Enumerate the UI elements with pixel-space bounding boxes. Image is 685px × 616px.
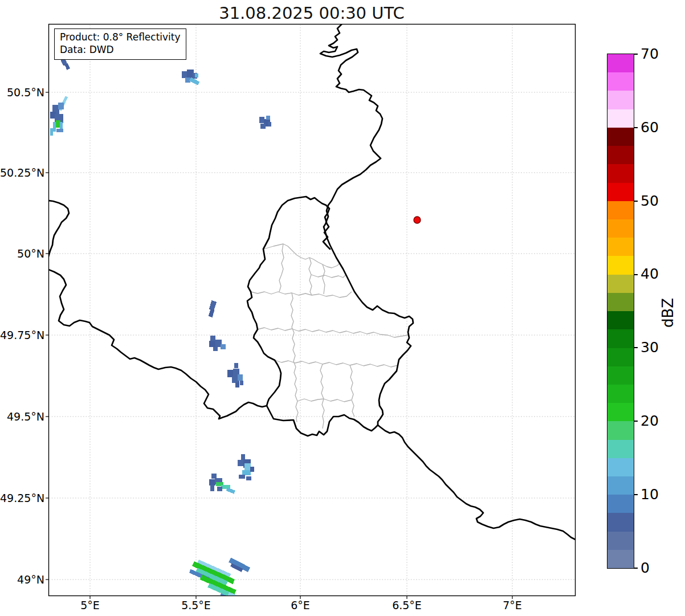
colorbar-band bbox=[607, 311, 634, 329]
lat-tick-label: 50°N bbox=[0, 247, 44, 260]
colorbar-band bbox=[607, 293, 634, 311]
colorbar-tick-label: 30 bbox=[641, 339, 659, 356]
colorbar-band bbox=[607, 329, 634, 348]
colorbar-tick bbox=[634, 347, 638, 348]
colorbar-tick-label: 70 bbox=[641, 46, 659, 63]
map-canvas bbox=[0, 0, 685, 616]
colorbar-band bbox=[607, 476, 634, 495]
colorbar-band bbox=[607, 183, 634, 201]
colorbar-tick-label: 20 bbox=[641, 413, 659, 430]
colorbar-band bbox=[607, 513, 634, 531]
colorbar-tick-label: 40 bbox=[641, 266, 659, 283]
colorbar-tick bbox=[634, 127, 638, 128]
colorbar-tick bbox=[634, 494, 638, 495]
dbz-colorbar bbox=[607, 54, 634, 568]
lon-tick-label: 6°E bbox=[269, 599, 332, 611]
lon-tick-label: 5°E bbox=[59, 599, 121, 611]
colorbar-band bbox=[607, 54, 634, 72]
colorbar-tick bbox=[634, 201, 638, 202]
lon-tick-label: 7°E bbox=[481, 599, 544, 611]
colorbar-band bbox=[607, 385, 634, 403]
colorbar-band bbox=[607, 238, 634, 256]
lat-tick-label: 50.25°N bbox=[0, 166, 44, 180]
colorbar-band bbox=[607, 550, 634, 568]
lat-tick-label: 50.5°N bbox=[0, 85, 44, 99]
colorbar-tick bbox=[634, 421, 638, 422]
colorbar-tick-label: 50 bbox=[641, 193, 659, 210]
colorbar-band bbox=[607, 146, 634, 164]
colorbar-band bbox=[607, 366, 634, 385]
colorbar-band bbox=[607, 164, 634, 182]
lon-tick-label: 5.5°E bbox=[165, 599, 227, 611]
colorbar-tick bbox=[634, 54, 638, 55]
colorbar-tick-label: 0 bbox=[641, 560, 650, 577]
colorbar-tick bbox=[634, 274, 638, 275]
colorbar-unit-label: dBZ bbox=[659, 296, 676, 330]
colorbar-band bbox=[607, 219, 634, 238]
lat-tick-label: 49.5°N bbox=[0, 410, 44, 423]
colorbar-tick bbox=[634, 568, 638, 569]
colorbar-tick-label: 60 bbox=[641, 119, 659, 136]
product-info-line: Product: 0.8° Reflectivity bbox=[60, 31, 181, 43]
product-info-box: Product: 0.8° Reflectivity Data: DWD bbox=[54, 28, 186, 60]
lat-tick-label: 49°N bbox=[0, 573, 44, 586]
colorbar-band bbox=[607, 403, 634, 421]
colorbar-band bbox=[607, 201, 634, 219]
colorbar-band bbox=[607, 458, 634, 476]
data-source-line: Data: DWD bbox=[60, 43, 181, 56]
colorbar-band bbox=[607, 495, 634, 513]
colorbar-band bbox=[607, 72, 634, 91]
lat-tick-label: 49.75°N bbox=[0, 328, 44, 342]
plot-frame bbox=[49, 25, 576, 596]
colorbar-band bbox=[607, 348, 634, 366]
colorbar-band bbox=[607, 440, 634, 458]
lat-tick-label: 49.25°N bbox=[0, 491, 44, 505]
colorbar-band bbox=[607, 128, 634, 146]
colorbar-band bbox=[607, 91, 634, 109]
radar-site-marker bbox=[414, 217, 421, 223]
radar-figure: 31.08.2025 00:30 UTC bbox=[0, 0, 685, 616]
lon-tick-label: 6.5°E bbox=[376, 599, 438, 611]
colorbar-band bbox=[607, 109, 634, 128]
colorbar-band bbox=[607, 421, 634, 439]
colorbar-tick-label: 10 bbox=[641, 486, 659, 503]
colorbar-band bbox=[607, 275, 634, 293]
colorbar-band bbox=[607, 256, 634, 274]
colorbar-band bbox=[607, 532, 634, 550]
